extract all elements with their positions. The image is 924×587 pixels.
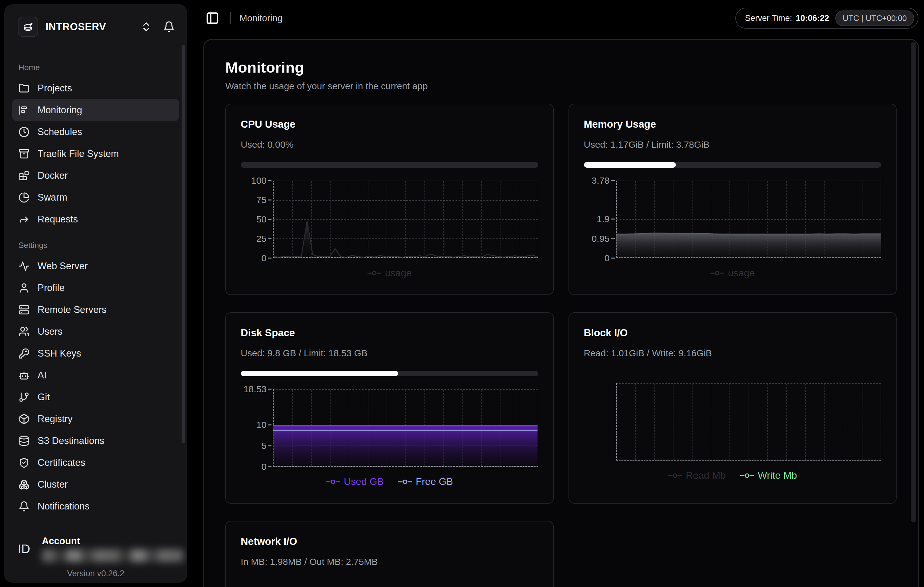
sidebar-toggle-button[interactable] xyxy=(203,9,222,27)
sidebar-item-label: SSH Keys xyxy=(38,348,81,359)
y-tick-label: 5 xyxy=(234,440,267,451)
sidebar-section-label: Settings xyxy=(12,241,179,250)
account-avatar: ID xyxy=(18,542,30,556)
archive-icon xyxy=(18,148,30,159)
y-tick-label: 10 xyxy=(234,420,267,430)
series-svg xyxy=(273,181,538,257)
y-tick-label: 0 xyxy=(234,462,267,472)
server-icon xyxy=(18,304,30,315)
sidebar-item-monitoring[interactable]: Monitoring xyxy=(12,99,179,121)
chart-legend: Read MbWrite Mb xyxy=(584,470,881,481)
legend-label: usage xyxy=(728,267,755,279)
y-tick-label: 25 xyxy=(234,234,267,244)
y-tick-label: 18.53 xyxy=(234,384,267,394)
cpu-chart: 0255075100 xyxy=(241,181,538,258)
sidebar-item-label: Remote Servers xyxy=(38,304,107,315)
sidebar-item-profile[interactable]: Profile xyxy=(12,277,179,299)
disk-progress-bar xyxy=(241,371,538,376)
y-tick-label: 0 xyxy=(578,253,610,263)
y-tick-label: 0 xyxy=(234,253,267,263)
y-tick-label: 75 xyxy=(234,195,267,205)
y-tick-label: 50 xyxy=(234,214,267,224)
breadcrumb: Monitoring xyxy=(239,13,282,23)
activity-icon xyxy=(18,261,30,272)
y-axis xyxy=(584,383,616,460)
sidebar-item-label: Users xyxy=(38,326,63,337)
network-io-card: Network I/O In MB: 1.98MB / Out MB: 2.75… xyxy=(225,521,554,587)
cpu-usage-card: CPU Usage Used: 0.00% 0255075100 usage xyxy=(225,104,554,295)
sidebar-item-git[interactable]: Git xyxy=(12,386,179,408)
sidebar-item-requests[interactable]: Requests xyxy=(12,208,179,230)
legend-marker-icon xyxy=(398,478,412,485)
sidebar-item-label: Schedules xyxy=(38,127,82,137)
sidebar-item-label: Docker xyxy=(38,170,68,181)
network-io-stat: In MB: 1.98MB / Out MB: 2.75MB xyxy=(241,557,538,567)
panel-left-icon xyxy=(206,12,219,25)
sidebar-item-ai[interactable]: AI xyxy=(12,364,179,386)
memory-usage-card: Memory Usage Used: 1.17GiB / Limit: 3.78… xyxy=(569,104,897,295)
server-time-value: 10:06:22 xyxy=(796,13,829,23)
sidebar-item-swarm[interactable]: Swarm xyxy=(12,186,179,208)
memory-progress-fill xyxy=(584,162,676,168)
sidebar-item-docker[interactable]: Docker xyxy=(12,165,179,186)
clock-icon xyxy=(18,127,30,137)
org-switcher-button[interactable] xyxy=(139,19,154,35)
folder-icon xyxy=(18,83,30,94)
card-title: Block I/O xyxy=(584,327,881,339)
sidebar-scrollbar[interactable] xyxy=(182,45,185,444)
boxes-icon xyxy=(18,479,30,490)
whale-logo-icon xyxy=(21,20,35,33)
sidebar-item-ssh-keys[interactable]: SSH Keys xyxy=(12,342,179,364)
legend-item-free-gb: Free GB xyxy=(398,476,453,487)
legend-item-used-gb: Used GB xyxy=(326,476,384,487)
sidebar-item-cluster[interactable]: Cluster xyxy=(12,473,179,495)
main-scrollbar[interactable] xyxy=(911,42,916,522)
app-logo xyxy=(18,16,38,37)
memory-usage-stat: Used: 1.17GiB / Limit: 3.78GiB xyxy=(584,139,881,150)
sidebar-item-registry[interactable]: Registry xyxy=(12,408,179,430)
block-io-chart xyxy=(584,383,881,460)
sidebar-item-traefik-file-system[interactable]: Traefik File System xyxy=(12,143,179,165)
sidebar-item-web-server[interactable]: Web Server xyxy=(12,255,179,277)
legend-item-write-mb: Write Mb xyxy=(740,470,797,481)
sidebar-item-label: Cluster xyxy=(38,479,68,490)
sidebar-item-s3-destinations[interactable]: S3 Destinations xyxy=(12,430,179,452)
chart-legend: Used GBFree GB xyxy=(241,476,538,487)
sidebar-item-notifications[interactable]: Notifications xyxy=(12,495,179,517)
monitoring-icon xyxy=(18,105,30,116)
sidebar-item-label: Monitoring xyxy=(38,105,82,116)
series-svg xyxy=(273,390,538,466)
sidebar-item-label: Git xyxy=(38,392,50,403)
forward-icon xyxy=(18,214,30,225)
sidebar-item-projects[interactable]: Projects xyxy=(12,77,179,99)
notifications-bell-button[interactable] xyxy=(161,19,177,35)
sidebar-section-label: Home xyxy=(12,63,179,72)
legend-item-read-mb: Read Mb xyxy=(668,470,726,481)
disk-progress-fill xyxy=(241,371,398,376)
brand-name: INTROSERV xyxy=(46,21,106,33)
sidebar-item-label: Projects xyxy=(38,83,72,94)
top-bar: Monitoring Server Time: 10:06:22 UTC | U… xyxy=(194,0,924,36)
account-label: Account xyxy=(42,536,183,547)
account-id-redacted xyxy=(42,549,183,562)
account-switcher[interactable]: ID Account xyxy=(18,536,173,562)
y-axis: 0255075100 xyxy=(241,181,273,258)
chart-legend: usage xyxy=(241,267,538,279)
chevrons-up-down-icon xyxy=(140,21,152,33)
sidebar-item-certificates[interactable]: Certificates xyxy=(12,452,179,473)
sidebar-item-remote-servers[interactable]: Remote Servers xyxy=(12,299,179,321)
y-axis: 00.951.93.78 xyxy=(584,181,616,258)
sidebar-item-users[interactable]: Users xyxy=(12,321,179,342)
sidebar-item-label: Swarm xyxy=(38,192,67,203)
y-tick-label: 1.9 xyxy=(578,214,610,224)
sidebar-item-schedules[interactable]: Schedules xyxy=(12,121,179,143)
divider xyxy=(230,12,231,24)
plot-area xyxy=(616,383,881,460)
page-title: Monitoring xyxy=(225,59,897,76)
main-content: Monitoring Watch the usage of your serve… xyxy=(204,40,918,587)
user-icon xyxy=(18,282,30,294)
app-version: Version v0.26.2 xyxy=(18,569,173,579)
y-tick-label: 100 xyxy=(234,175,267,186)
sidebar: INTROSERV HomeProjectsMonitoringSchedule… xyxy=(4,4,187,583)
plot-area xyxy=(273,181,538,258)
